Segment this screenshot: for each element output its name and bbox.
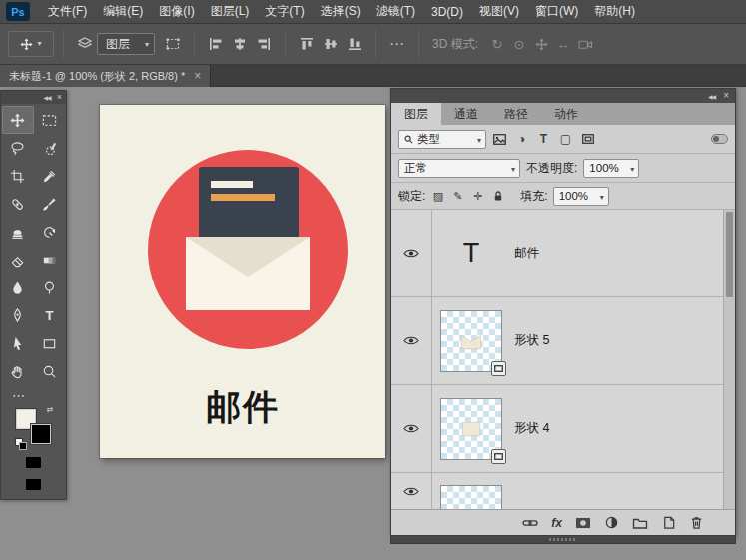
layer-visibility-toggle[interactable]: [391, 385, 432, 472]
new-adjustment-layer-button[interactable]: [604, 515, 619, 530]
type-tool[interactable]: T: [34, 301, 66, 329]
quick-selection-tool[interactable]: [34, 134, 66, 162]
move-tool[interactable]: [2, 106, 34, 134]
default-colors-icon[interactable]: [19, 442, 27, 450]
close-icon[interactable]: ×: [723, 91, 729, 101]
link-layers-button[interactable]: [522, 516, 538, 530]
lock-position-button[interactable]: ✛: [470, 188, 485, 204]
auto-select-target-select[interactable]: 图层 ▾: [97, 33, 155, 55]
quick-mask-button[interactable]: [1, 451, 66, 473]
tab-layers[interactable]: 图层: [391, 103, 441, 125]
lock-transparent-pixels-button[interactable]: ▨: [430, 188, 445, 204]
layer-name[interactable]: 形状 5: [514, 332, 549, 349]
layer-visibility-toggle[interactable]: [391, 473, 432, 509]
new-group-button[interactable]: [632, 516, 648, 530]
align-center-vertical-button[interactable]: [319, 32, 343, 56]
crop-tool[interactable]: [2, 162, 34, 190]
blend-mode-select[interactable]: 正常 ▾: [398, 159, 520, 178]
menu-window[interactable]: 窗口(W): [527, 0, 586, 24]
layer-filtering-toggle[interactable]: [711, 134, 728, 144]
new-layer-button[interactable]: [661, 515, 676, 530]
eraser-tool[interactable]: [2, 246, 34, 274]
3d-slide-button[interactable]: ↔: [552, 33, 574, 55]
add-layer-mask-button[interactable]: [575, 516, 591, 530]
layer-thumbnail[interactable]: [439, 484, 503, 509]
dodge-tool[interactable]: [34, 274, 66, 301]
clone-stamp-tool[interactable]: [2, 218, 34, 246]
menu-file[interactable]: 文件(F): [40, 0, 95, 24]
lasso-tool[interactable]: [2, 134, 34, 162]
lock-image-pixels-button[interactable]: ✎: [450, 188, 465, 204]
3d-roll-button[interactable]: ⊙: [508, 33, 530, 55]
rectangle-tool[interactable]: [34, 329, 66, 357]
layer-row-shape-4[interactable]: 形状 4: [391, 385, 735, 473]
filter-type-layers-button[interactable]: T: [535, 131, 552, 148]
tab-actions[interactable]: 动作: [541, 103, 591, 125]
layer-name[interactable]: 形状 4: [514, 420, 549, 437]
show-transform-controls-toggle[interactable]: [161, 32, 185, 56]
align-bottom-button[interactable]: [343, 32, 367, 56]
menu-select[interactable]: 选择(S): [313, 0, 369, 24]
spot-healing-brush-tool[interactable]: [2, 190, 34, 218]
layer-thumbnail[interactable]: T: [439, 222, 503, 285]
swap-colors-icon[interactable]: ⇄: [47, 405, 54, 414]
tab-paths[interactable]: 路径: [491, 103, 541, 125]
align-top-button[interactable]: [295, 32, 319, 56]
tool-preset-picker[interactable]: ▾: [8, 31, 54, 57]
filter-kind-select[interactable]: 类型 ▾: [398, 130, 486, 149]
screen-mode-button[interactable]: [1, 473, 66, 495]
panel-group-header[interactable]: ◀◀ ×: [391, 89, 735, 103]
layer-thumbnail[interactable]: [439, 397, 503, 461]
menu-image[interactable]: 图像(I): [151, 0, 202, 24]
hand-tool[interactable]: [2, 357, 34, 385]
menu-filter[interactable]: 滤镜(T): [369, 0, 423, 24]
layer-name[interactable]: 邮件: [514, 245, 539, 262]
background-color-swatch[interactable]: [31, 424, 51, 444]
3d-scale-button[interactable]: [574, 33, 596, 55]
eyedropper-tool[interactable]: [34, 162, 66, 190]
more-align-options-button[interactable]: ⋯: [385, 32, 409, 56]
align-right-button[interactable]: [252, 32, 276, 56]
layer-thumbnail[interactable]: [439, 309, 503, 373]
gradient-tool[interactable]: [34, 246, 66, 274]
menu-3d[interactable]: 3D(D): [423, 1, 471, 23]
edit-toolbar-button[interactable]: ⋯: [1, 385, 66, 405]
canvas-area[interactable]: 邮件: [100, 105, 385, 458]
layer-row-mail-text[interactable]: T 邮件: [391, 210, 735, 297]
layer-visibility-toggle[interactable]: [391, 210, 432, 296]
menu-layer[interactable]: 图层(L): [203, 0, 258, 24]
lock-all-button[interactable]: [490, 188, 505, 204]
filter-adjustment-layers-button[interactable]: ◑: [513, 131, 530, 148]
3d-orbit-button[interactable]: ↻: [486, 33, 508, 55]
zoom-tool[interactable]: [34, 357, 66, 385]
layer-row-shape-5[interactable]: 形状 5: [391, 297, 735, 385]
filter-shape-layers-button[interactable]: ▢: [557, 131, 574, 148]
collapse-panel-icon[interactable]: ◀◀: [44, 94, 51, 101]
delete-layer-button[interactable]: [689, 515, 704, 530]
path-selection-tool[interactable]: [2, 329, 34, 357]
auto-select-icon[interactable]: [73, 32, 97, 56]
menu-type[interactable]: 文字(T): [257, 0, 312, 24]
align-left-button[interactable]: [204, 32, 228, 56]
filter-pixel-layers-button[interactable]: [491, 131, 508, 148]
marquee-tool[interactable]: [34, 106, 66, 134]
collapse-panel-icon[interactable]: ◀◀: [708, 93, 715, 100]
menu-edit[interactable]: 编辑(E): [95, 0, 151, 24]
scrollbar-thumb[interactable]: [726, 212, 733, 297]
layer-visibility-toggle[interactable]: [391, 297, 432, 384]
close-icon[interactable]: ×: [57, 93, 62, 102]
history-brush-tool[interactable]: [34, 218, 66, 246]
menu-view[interactable]: 视图(V): [471, 0, 527, 24]
panel-resize-handle[interactable]: [390, 536, 736, 544]
filter-smart-objects-button[interactable]: [579, 131, 596, 148]
tab-channels[interactable]: 通道: [441, 103, 491, 125]
pen-tool[interactable]: [2, 301, 34, 329]
blur-tool[interactable]: [2, 274, 34, 301]
fill-input[interactable]: 100% ▾: [553, 187, 609, 206]
tools-panel-header[interactable]: ◀◀ ×: [1, 91, 66, 104]
brush-tool[interactable]: [34, 190, 66, 218]
opacity-input[interactable]: 100% ▾: [583, 159, 639, 178]
close-icon[interactable]: ×: [194, 69, 201, 83]
document-tab[interactable]: 未标题-1 @ 100% (形状 2, RGB/8) * ×: [0, 65, 211, 87]
layer-row-partial[interactable]: [391, 473, 735, 509]
